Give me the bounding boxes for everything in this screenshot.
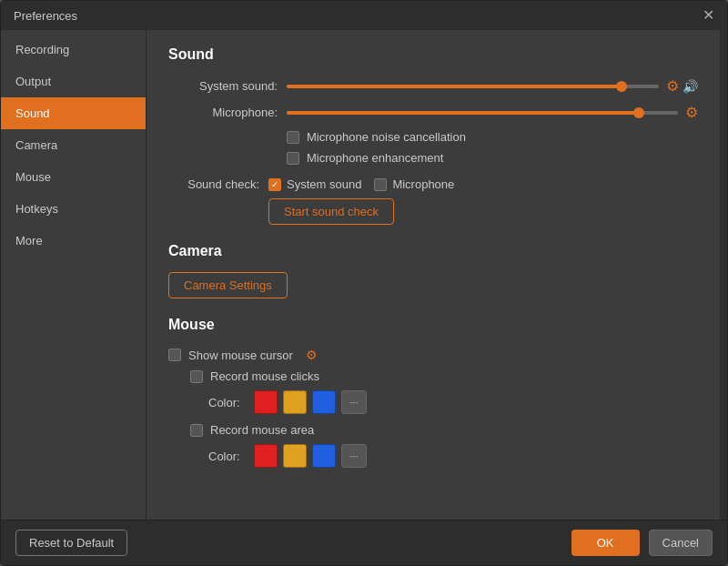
sidebar-item-recording[interactable]: Recording [1, 34, 146, 66]
color-row-2: Color: ··· [208, 444, 698, 468]
noise-cancellation-row: Microphone noise cancellation [287, 130, 698, 144]
system-sound-speaker-icon[interactable]: 🔊 [682, 79, 698, 94]
microphone-slider-container [287, 111, 678, 115]
dialog-title: Preferences [14, 9, 77, 23]
sidebar-item-hotkeys[interactable]: Hotkeys [1, 193, 146, 225]
sidebar-item-mouse[interactable]: Mouse [1, 161, 146, 193]
microphone-row: Microphone: ⚙ [168, 104, 698, 121]
cancel-button[interactable]: Cancel [649, 530, 713, 556]
color-blue-1[interactable] [312, 390, 336, 414]
sound-check-options: ✓ System sound Microphone [268, 177, 454, 191]
color-blue-2[interactable] [312, 444, 336, 468]
system-sound-slider[interactable] [287, 85, 659, 88]
show-cursor-checkbox[interactable] [168, 349, 181, 361]
microphone-slider[interactable] [287, 111, 678, 115]
record-clicks-row: Record mouse clicks [190, 369, 698, 383]
show-cursor-label: Show mouse cursor [188, 349, 293, 362]
reset-button[interactable]: Reset to Default [15, 530, 127, 556]
sidebar-item-more[interactable]: More [1, 225, 146, 257]
cursor-gear-icon[interactable]: ⚙ [306, 348, 318, 362]
start-sound-check-button[interactable]: Start sound check [268, 198, 394, 225]
sidebar-item-camera[interactable]: Camera [1, 129, 146, 161]
system-sound-check-option: ✓ System sound [268, 177, 361, 191]
enhancement-label: Microphone enhancement [307, 151, 443, 165]
content-area: Sound System sound: ⚙ 🔊 Microphone: [147, 30, 720, 520]
sound-check-label: Sound check: [168, 177, 259, 191]
mouse-section-title: Mouse [168, 317, 698, 333]
noise-cancellation-label: Microphone noise cancellation [307, 130, 466, 144]
microphone-label: Microphone: [168, 106, 278, 119]
color-yellow-2[interactable] [283, 444, 307, 468]
color-more-button-1[interactable]: ··· [341, 390, 367, 414]
main-content: Recording Output Sound Camera Mouse Hotk… [1, 30, 727, 520]
system-sound-label: System sound: [168, 79, 278, 93]
close-button[interactable]: ✕ [703, 8, 714, 23]
system-sound-gear-icon[interactable]: ⚙ [666, 77, 679, 95]
footer-actions: OK Cancel [571, 530, 713, 556]
camera-section-title: Camera [168, 243, 698, 259]
preferences-dialog: Preferences ✕ Recording Output Sound Cam… [0, 0, 728, 566]
enhancement-row: Microphone enhancement [287, 151, 698, 165]
color-row-1: Color: ··· [208, 390, 698, 414]
color-yellow-1[interactable] [283, 390, 307, 414]
record-area-label: Record mouse area [210, 423, 314, 437]
microphone-check-label: Microphone [392, 177, 454, 191]
color-label-2: Color: [208, 450, 245, 463]
scrollbar[interactable] [720, 30, 727, 520]
microphone-gear-icon[interactable]: ⚙ [685, 104, 698, 121]
color-red-2[interactable] [254, 444, 278, 468]
sidebar-item-sound[interactable]: Sound [1, 97, 146, 129]
start-sound-check-container: Start sound check [268, 198, 698, 225]
ok-button[interactable]: OK [571, 530, 640, 556]
title-bar: Preferences ✕ [1, 1, 727, 30]
record-clicks-checkbox[interactable] [190, 370, 203, 383]
microphone-check-option: Microphone [374, 177, 454, 191]
color-red-1[interactable] [254, 390, 278, 414]
system-sound-check-label: System sound [287, 177, 361, 191]
camera-settings-button[interactable]: Camera Settings [168, 272, 288, 298]
show-cursor-row: Show mouse cursor ⚙ [168, 348, 698, 362]
color-more-button-2[interactable]: ··· [341, 444, 367, 468]
enhancement-checkbox[interactable] [287, 152, 299, 165]
record-area-row: Record mouse area [190, 423, 698, 437]
color-label-1: Color: [208, 396, 245, 409]
sound-check-row: Sound check: ✓ System sound Microphone [168, 177, 698, 191]
record-clicks-label: Record mouse clicks [210, 369, 319, 383]
record-area-checkbox[interactable] [190, 424, 203, 437]
system-sound-slider-container [287, 85, 659, 88]
sound-section-title: Sound [168, 46, 698, 63]
system-sound-check-checkbox[interactable]: ✓ [268, 178, 281, 191]
footer: Reset to Default OK Cancel [1, 520, 727, 565]
microphone-check-checkbox[interactable] [374, 178, 387, 191]
sidebar: Recording Output Sound Camera Mouse Hotk… [1, 30, 147, 520]
noise-cancellation-checkbox[interactable] [287, 131, 299, 144]
sidebar-item-output[interactable]: Output [1, 66, 146, 97]
system-sound-row: System sound: ⚙ 🔊 [168, 77, 698, 95]
camera-settings-container: Camera Settings [168, 272, 698, 298]
